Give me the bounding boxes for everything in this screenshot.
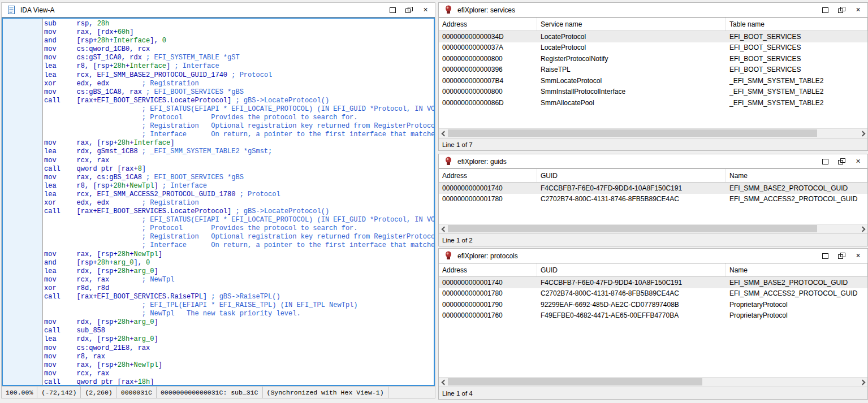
table-row[interactable]: 000000000000037ALocateProtocolEFI_BOOT_S… [439, 42, 867, 54]
disassembly-line[interactable]: mov rax, [rsp+28h+Interface] [44, 139, 434, 148]
disassembly-code[interactable]: sub rsp, 28hmov rax, [rdx+60h]and [rsp+2… [44, 19, 434, 385]
disassembly-line[interactable]: and [rsp+28h+Interface], 0 [44, 37, 434, 45]
disassembly-line[interactable]: call [rax+EFI_BOOT_SERVICES.LocateProtoc… [44, 207, 434, 216]
disassembly-line[interactable]: xor edx, edx ; Registration [44, 80, 434, 88]
disassembly-line[interactable]: xor r8d, r8d [44, 284, 434, 293]
table-row[interactable]: 000000000000179092299EAF-6692-485D-AE2C-… [439, 299, 867, 310]
disassembly-line[interactable]: lea r8, [rsp+28h+NewTpl] ; Interface [44, 182, 434, 190]
disassembly-line[interactable]: and [rsp+28h+arg_0], 0 [44, 259, 434, 267]
disassembly-line[interactable]: ; Interface On return, a pointer to the … [44, 131, 434, 139]
code-text: call qword ptr [rax+ [44, 165, 138, 173]
close-button[interactable]: × [422, 7, 429, 14]
table-row[interactable]: 0000000000001780C2702B74-800C-4131-8746-… [439, 194, 867, 205]
disassembly-line[interactable]: mov cs:qword_21E8, rax [44, 344, 434, 353]
table-row[interactable]: 000000000000034DLocateProtocolEFI_BOOT_S… [439, 31, 867, 42]
scrollbar-thumb[interactable] [448, 129, 817, 137]
ida-view-titlebar[interactable]: IDA View-A × [2, 3, 435, 18]
column-header-service-name[interactable]: Service name [537, 18, 726, 31]
disassembly-line[interactable]: mov r8, rax [44, 353, 434, 361]
close-button[interactable]: × [854, 253, 862, 259]
guids-titlebar[interactable]: efiXplorer: guids × [439, 154, 867, 169]
disassembly-line[interactable]: mov rcx, rax [44, 157, 434, 165]
disassembly-line[interactable]: ; Protocol Provides the protocol to sear… [44, 224, 434, 233]
code-comment: ; Protocol Provides the protocol to sear… [44, 114, 358, 122]
scroll-left-arrow[interactable] [440, 379, 447, 385]
disassembly-line[interactable]: mov rax, cs:gBS_1CA8 ; EFI_BOOT_SERVICES… [44, 174, 434, 182]
scroll-right-arrow[interactable] [860, 226, 866, 232]
scroll-right-arrow[interactable] [860, 130, 866, 137]
h-scrollbar[interactable] [439, 224, 867, 233]
column-header-table-name[interactable]: Table name [726, 18, 867, 31]
disassembly-line[interactable]: mov rax, [rsp+28h+NewTpl] [44, 361, 434, 370]
column-header-address[interactable]: Address [439, 263, 537, 276]
cell-table-name: EFI_BOOT_SERVICES [726, 42, 867, 54]
disassembly-line[interactable]: lea rdx, [rsp+28h+arg_0] [44, 335, 434, 344]
disassembly-line[interactable]: xor edx, edx ; Registration [44, 199, 434, 207]
table-row[interactable]: 0000000000001760F49EFBE0-4682-4471-AE65-… [439, 310, 867, 322]
column-header-name[interactable]: Name [726, 169, 867, 182]
disassembly-line[interactable]: ; EFI_STATUS(EFIAPI * EFI_LOCATE_PROTOCO… [44, 216, 434, 224]
close-button[interactable]: × [854, 158, 862, 165]
disassembly-line[interactable]: mov rax, [rsp+28h+NewTpl] [44, 250, 434, 259]
disassembly-line[interactable]: mov rdx, [rsp+28h+arg_0] [44, 318, 434, 327]
disassembly-line[interactable]: mov cs:gST_1CA0, rdx ; EFI_SYSTEM_TABLE … [44, 54, 434, 62]
disassembly-line[interactable]: sub rsp, 28h [44, 20, 434, 28]
disassembly-view[interactable]: sub rsp, 28hmov rax, [rdx+60h]and [rsp+2… [2, 18, 435, 386]
scroll-right-arrow[interactable] [860, 379, 866, 385]
disassembly-line[interactable]: ; Interface On return, a pointer to the … [44, 241, 434, 250]
disassembly-line[interactable]: ; Registration Optional registration key… [44, 122, 434, 131]
table-row[interactable]: 0000000000000800RegisterProtocolNotifyEF… [439, 53, 867, 64]
disassembly-line[interactable]: call [rax+EFI_BOOT_SERVICES.RaiseTPL] ; … [44, 293, 434, 301]
restore-button[interactable] [405, 7, 413, 14]
disassembly-line[interactable]: ; Registration Optional registration key… [44, 233, 434, 241]
table-row[interactable]: 0000000000001780C2702B74-800C-4131-8746-… [439, 288, 867, 300]
services-titlebar[interactable]: efiXplorer: services × [439, 3, 867, 18]
scrollbar-thumb[interactable] [448, 225, 817, 232]
maximize-button[interactable] [822, 158, 829, 165]
scroll-left-arrow[interactable] [440, 226, 447, 232]
disassembly-line[interactable]: call qword ptr [rax+8] [44, 165, 434, 174]
disassembly-line[interactable]: call sub_858 [44, 327, 434, 335]
table-row[interactable]: 0000000000000396RaiseTPLEFI_BOOT_SERVICE… [439, 64, 867, 76]
table-row[interactable]: 0000000000001740F4CCBFB7-F6E0-47FD-9DD4-… [439, 277, 867, 288]
column-header-name[interactable]: Name [726, 263, 867, 276]
disassembly-line[interactable]: mov cs:qword_1CB0, rcx [44, 45, 434, 54]
disassembly-line[interactable]: call qword ptr [rax+18h] [44, 378, 434, 385]
disassembly-line[interactable]: lea rcx, EFI_SMM_ACCESS2_PROTOCOL_GUID_1… [44, 190, 434, 199]
disassembly-line[interactable]: lea r8, [rsp+28h+Interface] ; Interface [44, 62, 434, 71]
protocols-titlebar[interactable]: efiXplorer: protocols × [439, 249, 867, 263]
disassembly-line[interactable]: ; NewTpl The new task priority level. [44, 310, 434, 318]
restore-button[interactable] [838, 253, 845, 259]
disassembly-line[interactable]: lea rdx, [rsp+28h+arg_0] [44, 267, 434, 276]
restore-button[interactable] [838, 7, 845, 14]
disassembly-line[interactable]: call [rax+EFI_BOOT_SERVICES.LocateProtoc… [44, 97, 434, 105]
table-row[interactable]: 000000000000086DSmmAllocatePool_EFI_SMM_… [439, 97, 867, 109]
maximize-button[interactable] [389, 7, 396, 14]
scroll-left-arrow[interactable] [440, 130, 447, 137]
disassembly-line[interactable]: ; Protocol Provides the protocol to sear… [44, 114, 434, 122]
code-comment: ; gBS->RaiseTPL() [211, 293, 280, 301]
column-header-address[interactable]: Address [439, 169, 537, 182]
maximize-button[interactable] [822, 253, 829, 259]
disassembly-line[interactable]: mov rax, [rdx+60h] [44, 28, 434, 37]
disassembly-line[interactable]: ; EFI_STATUS(EFIAPI * EFI_LOCATE_PROTOCO… [44, 105, 434, 114]
disassembly-line[interactable]: mov rcx, rax [44, 370, 434, 378]
restore-button[interactable] [838, 158, 845, 165]
table-row[interactable]: 00000000000007B4SmmLocateProtocol_EFI_SM… [439, 75, 867, 86]
disassembly-line[interactable]: ; EFI_TPL(EFIAPI * EFI_RAISE_TPL) (IN EF… [44, 301, 434, 310]
code-comment: ; Protocol Provides the protocol to sear… [44, 224, 358, 232]
scrollbar-thumb[interactable] [448, 378, 702, 385]
close-button[interactable]: × [854, 7, 862, 14]
table-row[interactable]: 0000000000000800SmmInstallProtocolInterf… [439, 86, 867, 98]
column-header-guid[interactable]: GUID [537, 263, 726, 276]
h-scrollbar[interactable] [439, 128, 867, 138]
disassembly-line[interactable]: mov rcx, rax ; NewTpl [44, 276, 434, 284]
column-header-address[interactable]: Address [439, 18, 537, 31]
disassembly-line[interactable]: lea rdx, gSmst_1CB8 ; _EFI_SMM_SYSTEM_TA… [44, 148, 434, 156]
maximize-button[interactable] [822, 7, 829, 14]
column-header-guid[interactable]: GUID [537, 169, 726, 182]
table-row[interactable]: 0000000000001740F4CCBFB7-F6E0-47FD-9DD4-… [439, 183, 867, 194]
h-scrollbar[interactable] [439, 377, 867, 387]
disassembly-line[interactable]: mov cs:gBS_1CA8, rax ; EFI_BOOT_SERVICES… [44, 88, 434, 97]
disassembly-line[interactable]: lea rcx, EFI_SMM_BASE2_PROTOCOL_GUID_174… [44, 71, 434, 80]
